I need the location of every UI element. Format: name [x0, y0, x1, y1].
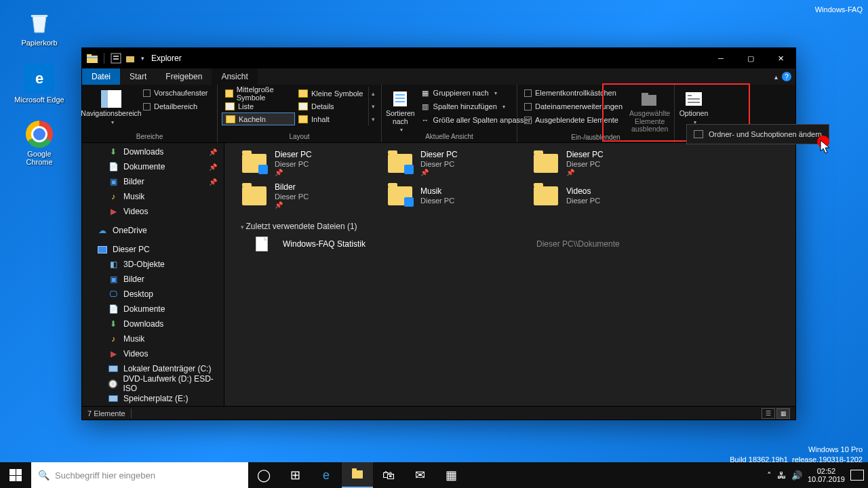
desktop-recycle-bin[interactable]: Papierkorb [14, 7, 65, 47]
maximize-button[interactable]: ▢ [736, 48, 766, 68]
item-checkboxes-toggle[interactable]: Elementkontrollkästchen [521, 87, 625, 99]
folder-tile[interactable]: Dieser PCDieser PC📌 [238, 147, 384, 180]
desktop-recycle-label: Papierkorb [21, 39, 57, 47]
svg-rect-11 [395, 98, 405, 99]
nav-downloads[interactable]: ⬇Downloads📌 [82, 144, 224, 159]
view-details-toggle[interactable]: ☰ [762, 408, 775, 419]
nav-music2[interactable]: ♪Musik [82, 331, 224, 346]
nav-documents[interactable]: 📄Dokumente📌 [82, 159, 224, 174]
folder-search-options-item[interactable]: Ordner- und Suchoptionen ändern [687, 127, 829, 141]
pc-icon [97, 245, 108, 254]
layout-medium-icons[interactable]: Mittelgroße Symbole [222, 87, 295, 100]
nav-downloads2[interactable]: ⬇Downloads [82, 317, 224, 331]
folder-tile-pictures[interactable]: BilderDieser PC📌 [238, 180, 384, 212]
folder-icon [242, 154, 267, 173]
folder-tile-videos[interactable]: VideosDieser PC [530, 180, 675, 212]
list-icon [225, 102, 235, 110]
nav-music[interactable]: ♪Musik [82, 189, 224, 204]
tray-network-icon[interactable]: 🖧 [777, 470, 786, 481]
qa-properties-icon[interactable] [110, 52, 122, 64]
tray-clock[interactable]: 02:52 10.07.2019 [808, 467, 845, 483]
qa-new-folder-icon[interactable] [125, 52, 137, 64]
start-button[interactable] [0, 462, 31, 488]
desktop-chrome[interactable]: Google Chrome [14, 121, 65, 166]
pictures-icon: ▣ [108, 177, 119, 186]
taskbar-explorer[interactable] [342, 462, 373, 488]
svg-rect-2 [87, 57, 98, 58]
chrome-icon [26, 121, 53, 148]
layout-expand[interactable]: ▾ [368, 113, 378, 125]
desktop-edge[interactable]: e Microsoft Edge [14, 64, 65, 104]
cortana-icon[interactable]: ◯ [248, 462, 279, 488]
layout-tiles[interactable]: Kacheln [222, 113, 295, 125]
layout-list[interactable]: Liste [222, 100, 295, 113]
tab-file[interactable]: Datei [82, 68, 120, 85]
nav-onedrive[interactable]: ☁OneDrive [82, 223, 224, 238]
folder-tile-music[interactable]: MusikDieser PC [384, 180, 530, 212]
svg-rect-8 [101, 90, 108, 108]
sort-by-button[interactable]: Sortieren nach ▾ [386, 87, 415, 133]
recent-file-item[interactable]: Windows-FAQ Statistik Dieser PC\\Dokumen… [224, 234, 795, 254]
tray-volume-icon[interactable]: 🔊 [791, 470, 802, 481]
details-pane-button[interactable]: Detailbereich [140, 100, 211, 113]
hide-selected-button[interactable]: AusgewählteElemente ausblenden [629, 87, 670, 134]
layout-content[interactable]: Inhalt [295, 113, 368, 125]
view-tiles-toggle[interactable]: ▦ [776, 408, 790, 419]
nav-pane-button[interactable]: Navigationsbereich ▾ [86, 87, 136, 125]
videos-icon: ▶ [108, 349, 119, 359]
nav-videos[interactable]: ▶Videos [82, 204, 224, 219]
content-area[interactable]: Dieser PCDieser PC📌 Dieser PCDieser PC📌 … [224, 143, 795, 406]
layout-scroll-down[interactable]: ▾ [368, 100, 378, 113]
minimize-button[interactable]: ─ [706, 48, 736, 68]
taskbar-mail[interactable]: ✉ [404, 462, 435, 488]
layout-scroll-up[interactable]: ▴ [368, 87, 378, 100]
tab-view[interactable]: Ansicht [212, 68, 257, 85]
taskbar-store[interactable]: 🛍 [373, 462, 404, 488]
layout-small-icons[interactable]: Kleine Symbole [295, 87, 368, 100]
taskbar-search[interactable]: 🔍 Suchbegriff hier eingeben [31, 462, 248, 488]
taskbar-app[interactable]: ▦ [435, 462, 467, 488]
document-icon [256, 237, 268, 251]
qa-dropdown-icon[interactable]: ▾ [141, 55, 144, 62]
folder-tile[interactable]: Dieser PCDieser PC📌 [530, 147, 675, 180]
nav-dvd-drive[interactable]: DVD-Laufwerk (D:) ESD-ISO [82, 376, 224, 391]
taskbar-edge[interactable]: e [311, 462, 342, 488]
title-bar[interactable]: ▾ Explorer ─ ▢ ✕ [82, 48, 795, 68]
options-icon [683, 89, 705, 108]
pin-icon: 📌 [209, 163, 217, 171]
nav-desktop[interactable]: 🖵Desktop [82, 287, 224, 302]
columns-icon: ▥ [422, 102, 430, 111]
recent-files-header[interactable]: Zuletzt verwendete Dateien (1) [224, 216, 795, 234]
tab-start[interactable]: Start [120, 68, 156, 85]
nav-pictures2[interactable]: ▣Bilder [82, 272, 224, 287]
watermark-top: Windows-FAQ [815, 5, 863, 14]
hidden-items-toggle[interactable]: Ausgeblendete Elemente [521, 114, 625, 126]
file-ext-toggle[interactable]: Dateinamenerweiterungen [521, 100, 625, 113]
documents-icon: 📄 [108, 162, 119, 171]
preview-pane-button[interactable]: Vorschaufenster [140, 87, 211, 99]
layout-details[interactable]: Details [295, 100, 368, 113]
svg-rect-16 [688, 95, 692, 96]
navigation-pane[interactable]: ⬇Downloads📌 📄Dokumente📌 ▣Bilder📌 ♪Musik … [82, 143, 224, 406]
nav-storage[interactable]: Speicherplatz (E:) [82, 391, 224, 406]
folder-tile[interactable]: Dieser PCDieser PC📌 [384, 147, 530, 180]
tab-share[interactable]: Freigeben [156, 68, 212, 85]
nav-3d-objects[interactable]: ◧3D-Objekte [82, 257, 224, 272]
nav-pictures[interactable]: ▣Bilder📌 [82, 174, 224, 189]
desktop-chrome-label: Google Chrome [14, 150, 65, 166]
task-view-icon[interactable]: ⊞ [279, 462, 311, 488]
nav-videos2[interactable]: ▶Videos [82, 346, 224, 361]
minimize-ribbon-icon[interactable]: ▴ [774, 73, 778, 81]
checkbox-icon [524, 103, 532, 110]
fit-icon: ↔ [422, 116, 430, 124]
nav-this-pc[interactable]: Dieser PC [82, 242, 224, 257]
svg-rect-12 [395, 101, 405, 102]
tray-chevron-icon[interactable]: ˄ [767, 470, 772, 481]
tray-time: 02:52 [808, 467, 845, 475]
action-center-icon[interactable] [850, 470, 864, 481]
options-button[interactable]: Optionen ▾ [679, 87, 709, 125]
help-icon[interactable]: ? [782, 72, 791, 81]
system-tray[interactable]: ˄ 🖧 🔊 02:52 10.07.2019 [767, 462, 868, 488]
close-button[interactable]: ✕ [766, 48, 795, 68]
nav-documents2[interactable]: 📄Dokumente [82, 302, 224, 317]
